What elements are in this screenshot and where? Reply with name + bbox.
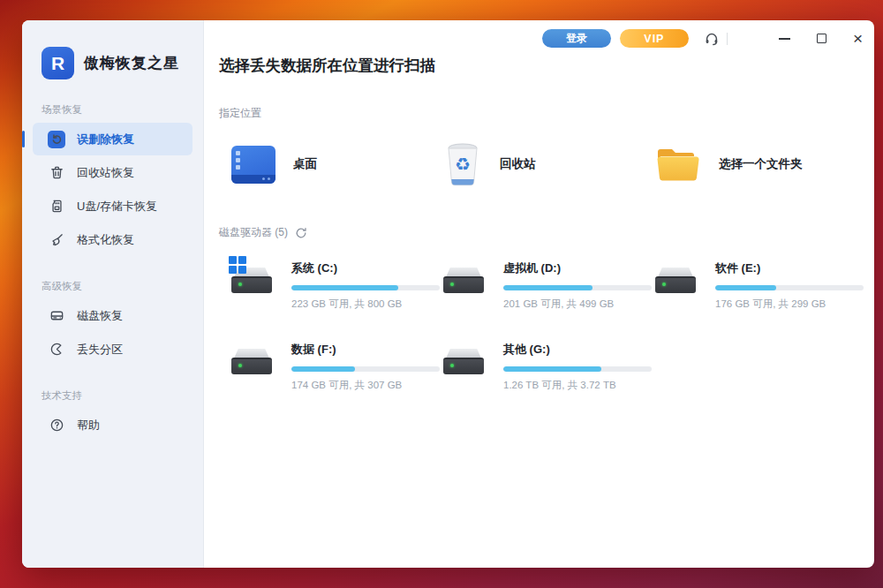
lost-partition-icon	[48, 341, 65, 358]
drives-section-label: 磁盘驱动器 (5)	[219, 225, 288, 240]
location-label: 选择一个文件夹	[719, 156, 803, 172]
drive-usage-fill	[291, 285, 398, 290]
sidebar-item-help[interactable]: 帮助	[33, 409, 192, 441]
sidebar-item-lost-partition[interactable]: 丢失分区	[33, 333, 192, 366]
login-button[interactable]: 登录	[542, 29, 611, 48]
locations-row: 桌面 ♻ 回收站	[231, 142, 874, 186]
sidebar-item-label: 帮助	[77, 418, 100, 433]
titlebar-controls: 登录 VIP ×	[542, 29, 863, 48]
drive-usage-fill	[291, 366, 355, 372]
drive-capacity-text: 176 GB 可用, 共 299 GB	[715, 298, 864, 311]
sidebar-section-tech-support: 技术支持	[42, 389, 203, 403]
drive-name: 虚拟机 (D:)	[503, 261, 561, 275]
recycle-bin-icon: ♻	[443, 142, 482, 186]
sidebar-item-label: 丢失分区	[77, 342, 123, 358]
sidebar-item-label: U盘/存储卡恢复	[77, 199, 157, 215]
drive-c[interactable]: 系统 (C:) 223 GB 可用, 共 800 GB	[231, 258, 443, 311]
hard-drive-icon	[443, 343, 484, 376]
sd-card-icon	[48, 198, 65, 215]
sidebar-item-label: 格式化恢复	[77, 232, 134, 248]
hard-drive-icon	[231, 261, 272, 295]
drive-f[interactable]: 数据 (F:) 174 GB 可用, 共 307 GB	[231, 339, 443, 392]
drive-name: 系统 (C:)	[291, 261, 337, 275]
close-button[interactable]: ×	[853, 33, 863, 44]
vip-button[interactable]: VIP	[620, 29, 689, 48]
sidebar-section-advanced-recovery: 高级恢复	[42, 280, 203, 293]
drive-usage-bar	[503, 366, 652, 372]
app-title: 傲梅恢复之星	[84, 53, 179, 73]
location-label: 回收站	[500, 156, 536, 172]
page-title: 选择丢失数据所在位置进行扫描	[219, 55, 874, 76]
drive-usage-bar	[715, 285, 864, 290]
maximize-button[interactable]	[817, 34, 826, 43]
sidebar-item-usb-sd-recovery[interactable]: U盘/存储卡恢复	[33, 190, 192, 222]
drive-capacity-text: 223 GB 可用, 共 800 GB	[291, 298, 440, 311]
locations-section-label: 指定位置	[219, 106, 874, 121]
app-logo-icon: R	[42, 47, 74, 79]
drive-name: 其他 (G:)	[503, 343, 550, 356]
drives-grid: 系统 (C:) 223 GB 可用, 共 800 GB 虚拟机 (D:) 2	[231, 258, 874, 392]
drive-usage-fill	[715, 285, 776, 290]
sidebar-item-format-recovery[interactable]: 格式化恢复	[33, 223, 192, 256]
windows-logo-icon	[229, 256, 247, 275]
drive-name: 数据 (F:)	[291, 343, 336, 356]
location-choose-folder[interactable]: 选择一个文件夹	[655, 142, 867, 186]
disk-icon	[48, 307, 65, 325]
location-label: 桌面	[293, 156, 317, 172]
sidebar-item-label: 误删除恢复	[77, 132, 134, 147]
desktop-icon	[231, 146, 275, 184]
hard-drive-icon	[231, 343, 272, 376]
undo-icon	[48, 131, 65, 148]
sidebar-item-label: 回收站恢复	[77, 165, 134, 181]
active-indicator-bar	[22, 131, 25, 147]
refresh-icon[interactable]	[295, 227, 307, 239]
drive-d[interactable]: 虚拟机 (D:) 201 GB 可用, 共 499 GB	[443, 258, 655, 311]
main-panel: 登录 VIP × 选	[204, 20, 874, 568]
folder-icon	[655, 145, 701, 184]
menu-icon[interactable]	[737, 33, 752, 44]
minimize-button[interactable]	[779, 38, 790, 40]
drive-usage-bar	[291, 285, 440, 290]
drive-usage-bar	[291, 366, 440, 372]
drive-capacity-text: 1.26 TB 可用, 共 3.72 TB	[503, 379, 652, 392]
drive-e[interactable]: 软件 (E:) 176 GB 可用, 共 299 GB	[655, 258, 867, 311]
sidebar-section-scene-recovery: 场景恢复	[42, 103, 203, 117]
help-icon	[48, 417, 65, 434]
sidebar: R 傲梅恢复之星 场景恢复 误删除恢复 回收站恢复	[22, 20, 204, 568]
trash-icon	[48, 164, 65, 182]
drive-usage-fill	[503, 366, 601, 372]
location-recycle-bin[interactable]: ♻ 回收站	[443, 142, 655, 186]
headset-support-icon[interactable]	[704, 31, 720, 47]
app-window: R 傲梅恢复之星 场景恢复 误删除恢复 回收站恢复	[22, 20, 874, 568]
app-logo: R 傲梅恢复之星	[22, 47, 203, 79]
sidebar-item-undelete-recovery[interactable]: 误删除恢复	[33, 123, 192, 155]
svg-text:♻: ♻	[455, 154, 471, 175]
location-desktop[interactable]: 桌面	[231, 142, 443, 186]
drive-usage-fill	[503, 285, 592, 290]
drive-usage-bar	[503, 285, 652, 290]
broom-icon	[48, 231, 65, 249]
sidebar-item-disk-recovery[interactable]: 磁盘恢复	[33, 299, 192, 332]
drive-capacity-text: 201 GB 可用, 共 499 GB	[503, 298, 652, 311]
drive-name: 软件 (E:)	[715, 261, 760, 275]
drive-g[interactable]: 其他 (G:) 1.26 TB 可用, 共 3.72 TB	[443, 339, 655, 392]
drive-capacity-text: 174 GB 可用, 共 307 GB	[291, 379, 440, 392]
divider	[727, 33, 728, 45]
sidebar-item-recycle-bin-recovery[interactable]: 回收站恢复	[33, 156, 192, 189]
hard-drive-icon	[655, 261, 696, 295]
hard-drive-icon	[443, 261, 484, 295]
sidebar-item-label: 磁盘恢复	[77, 308, 123, 324]
